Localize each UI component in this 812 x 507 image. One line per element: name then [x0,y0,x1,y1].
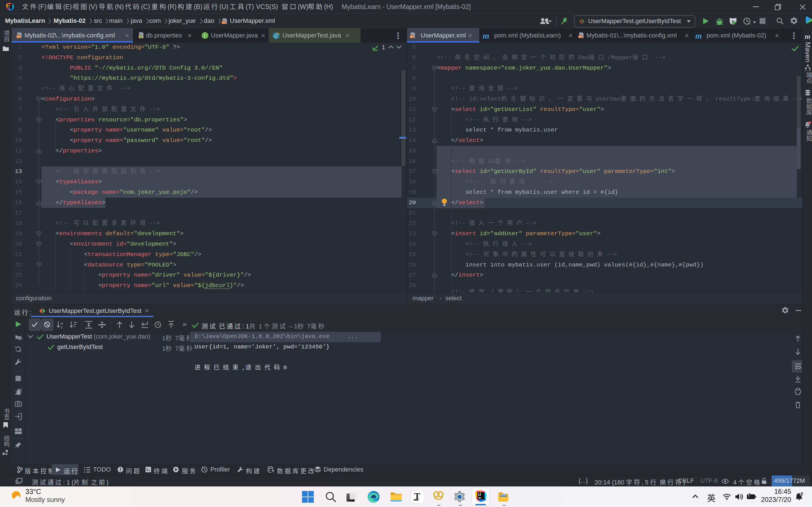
svg-text:<>: <> [410,36,413,39]
svg-text:I: I [204,33,205,38]
svg-text:<>: <> [222,22,225,24]
svg-text:C: C [274,34,278,39]
svg-text:z: z [61,325,63,329]
svg-text:9: 9 [19,337,20,340]
svg-text:IJ: IJ [478,493,481,497]
svg-text:IJ: IJ [8,4,10,7]
svg-text:<>: <> [579,36,581,39]
svg-text:<>: <> [17,36,20,39]
